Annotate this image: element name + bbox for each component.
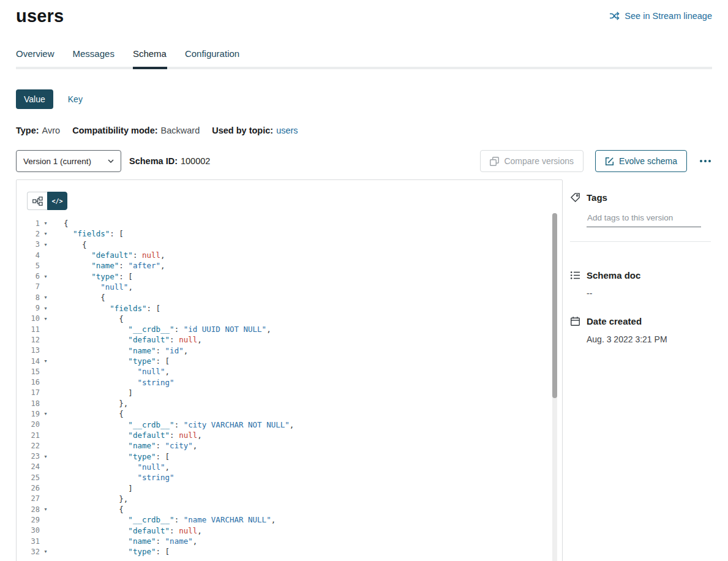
tab-bar: Overview Messages Schema Configuration xyxy=(16,48,712,69)
value-key-toggle: Value Key xyxy=(16,89,712,109)
collapse-caret-icon[interactable]: ▾ xyxy=(40,220,49,226)
tab-schema[interactable]: Schema xyxy=(133,48,167,67)
line-number: 29 xyxy=(17,516,40,524)
value-toggle-button[interactable]: Value xyxy=(16,89,53,109)
code-line: 5 "name": "after", xyxy=(17,260,562,271)
compat-value: Backward xyxy=(161,126,200,135)
code-text: "__crdb__": "name VARCHAR NULL", xyxy=(49,515,276,524)
code-line: 8▾ { xyxy=(17,292,562,303)
collapse-caret-icon[interactable]: ▾ xyxy=(40,295,49,300)
line-number: 22 xyxy=(17,442,40,450)
dot-icon xyxy=(708,160,711,162)
schema-page: users See in Stream lineage Overview Mes… xyxy=(0,0,728,561)
more-options-button[interactable] xyxy=(699,156,712,166)
code-line: 10▾ { xyxy=(17,314,562,324)
schema-id-value: 100002 xyxy=(181,156,210,166)
line-number: 21 xyxy=(17,431,40,440)
compare-versions-button[interactable]: Compare versions xyxy=(480,150,584,172)
dot-icon xyxy=(704,160,707,162)
code-line: 29 "__crdb__": "name VARCHAR NULL", xyxy=(17,514,562,525)
code-text: "fields": [ xyxy=(49,229,124,238)
line-number: 1 xyxy=(17,219,40,228)
collapse-caret-icon[interactable]: ▾ xyxy=(40,231,49,236)
code-view-toggle-button[interactable]: </> xyxy=(47,192,67,210)
line-number: 18 xyxy=(17,399,40,408)
line-number: 27 xyxy=(17,494,40,503)
code-text: "string" xyxy=(49,473,174,482)
code-text: { xyxy=(49,314,124,323)
stream-lineage-link[interactable]: See in Stream lineage xyxy=(609,11,712,21)
code-text: ] xyxy=(49,388,133,397)
code-text: "default": null, xyxy=(49,431,202,440)
line-number: 19 xyxy=(17,410,40,418)
code-text: "name": "city", xyxy=(49,441,197,450)
code-line: 12 "default": null, xyxy=(17,334,562,345)
main-content: </> 1▾{2▾ "fields": [3▾ {4 "default": nu… xyxy=(16,179,712,561)
stream-lineage-icon xyxy=(609,11,620,21)
tags-header: Tags xyxy=(570,192,711,203)
collapse-caret-icon[interactable]: ▾ xyxy=(40,358,49,364)
code-text: "type": [ xyxy=(49,356,170,366)
add-tags-input[interactable] xyxy=(587,213,701,227)
collapse-caret-icon[interactable]: ▾ xyxy=(40,306,49,311)
line-number: 6 xyxy=(17,272,40,280)
topic-label: Used by topic: xyxy=(212,126,273,135)
doc-list-icon xyxy=(570,270,580,280)
compatibility-mode: Compatibility mode: Backward xyxy=(72,126,200,135)
code-text: "__crdb__": "id UUID NOT NULL", xyxy=(49,325,271,334)
code-text: ] xyxy=(49,484,133,493)
key-toggle-button[interactable]: Key xyxy=(68,89,83,109)
line-number: 26 xyxy=(17,484,40,492)
active-tab-indicator xyxy=(133,67,167,69)
code-line: 18 }, xyxy=(17,398,562,409)
compare-versions-label: Compare versions xyxy=(504,156,574,166)
code-text: "type": [ xyxy=(49,452,170,461)
code-line: 7 "null", xyxy=(17,282,562,292)
schema-doc-header: Schema doc xyxy=(570,270,711,280)
code-line: 6▾ "type": [ xyxy=(17,271,562,281)
collapse-caret-icon[interactable]: ▾ xyxy=(40,316,49,322)
scrollbar-thumb[interactable] xyxy=(552,213,557,398)
code-text: { xyxy=(49,240,87,249)
line-number: 13 xyxy=(17,346,40,355)
code-line: 30 "default": null, xyxy=(17,525,562,536)
code-line: 1▾{ xyxy=(17,218,562,228)
code-text: { xyxy=(49,293,105,302)
date-created-value: Aug. 3 2022 3:21 PM xyxy=(587,334,711,344)
evolve-schema-button[interactable]: Evolve schema xyxy=(595,150,687,172)
stream-lineage-label: See in Stream lineage xyxy=(625,11,712,21)
tab-messages[interactable]: Messages xyxy=(73,48,114,67)
collapse-caret-icon[interactable]: ▾ xyxy=(40,411,49,416)
type-label: Type: xyxy=(16,126,39,135)
compare-versions-icon xyxy=(490,157,499,166)
code-text: "fields": [ xyxy=(49,304,160,313)
line-number: 23 xyxy=(17,452,40,461)
tab-configuration[interactable]: Configuration xyxy=(185,48,239,67)
code-text: }, xyxy=(49,494,128,503)
version-select-value: Version 1 (current) xyxy=(23,157,91,166)
schema-doc-section: Schema doc -- xyxy=(570,270,711,298)
code-text: "name": "after", xyxy=(49,261,165,270)
collapse-caret-icon[interactable]: ▾ xyxy=(40,454,49,459)
topic-link[interactable]: users xyxy=(276,126,298,135)
schema-meta-row: Type: Avro Compatibility mode: Backward … xyxy=(16,126,712,135)
line-number: 32 xyxy=(17,548,40,556)
code-view-icon: </> xyxy=(51,198,62,205)
code-text: "null", xyxy=(49,282,133,292)
collapse-caret-icon[interactable]: ▾ xyxy=(40,549,49,554)
collapse-caret-icon[interactable]: ▾ xyxy=(40,274,49,279)
line-number: 12 xyxy=(17,336,40,344)
schema-type: Type: Avro xyxy=(16,126,60,135)
line-number: 15 xyxy=(17,367,40,376)
code-text: { xyxy=(49,409,124,418)
used-by-topic: Used by topic: users xyxy=(212,126,298,135)
tree-view-toggle-button[interactable] xyxy=(27,192,47,210)
collapse-caret-icon[interactable]: ▾ xyxy=(40,242,49,247)
tab-overview[interactable]: Overview xyxy=(16,48,54,67)
editor-scrollbar[interactable] xyxy=(552,213,557,561)
collapse-caret-icon[interactable]: ▾ xyxy=(40,506,49,512)
line-number: 20 xyxy=(17,420,40,429)
code-line: 17 ] xyxy=(17,388,562,398)
version-select[interactable]: Version 1 (current) xyxy=(16,150,121,172)
code-line: 28▾ { xyxy=(17,504,562,514)
